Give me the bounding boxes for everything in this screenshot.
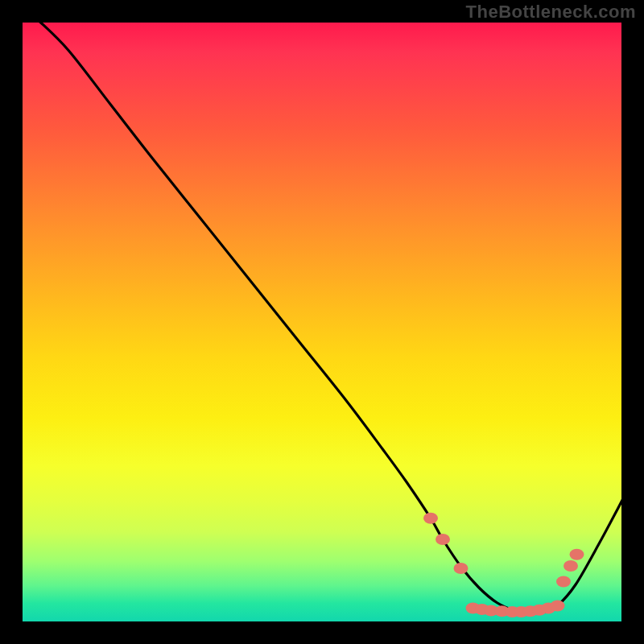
- curve-marker: [570, 549, 584, 560]
- curve-marker: [423, 513, 438, 524]
- curve-marker: [454, 563, 469, 574]
- curve-marker: [556, 576, 571, 588]
- chart-svg: [20, 20, 624, 624]
- curve-marker: [551, 601, 565, 612]
- highlight-markers: [423, 513, 584, 617]
- curve-marker: [436, 534, 450, 545]
- bottleneck-curve: [39, 20, 625, 613]
- curve-marker: [564, 560, 578, 572]
